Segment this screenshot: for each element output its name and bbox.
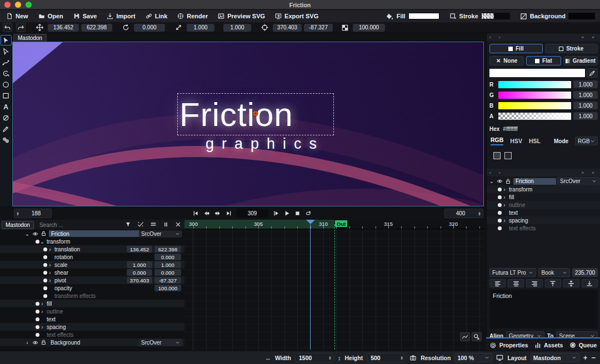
record-dot-icon[interactable] [498, 195, 502, 199]
scene-width-spinner[interactable]: 1500 ▲▼ [295, 353, 334, 362]
property-value-1[interactable]: 0.000 [127, 269, 152, 276]
timeline-property-row-shear[interactable]: › shear0.0000.000 [0, 269, 184, 276]
property-label[interactable]: outline [47, 309, 63, 315]
property-label[interactable]: opacity [54, 285, 72, 291]
mode-rgb-button[interactable]: RGB [491, 136, 503, 145]
opacity-field[interactable]: 100.000 [353, 24, 385, 32]
spinner-arrows-icon[interactable]: ▲▼ [398, 356, 405, 360]
layout-dropdown[interactable]: Mastodon [531, 353, 579, 362]
chevron-down-icon[interactable]: ⌄ [24, 231, 30, 237]
tree-property-row-text[interactable]: text [487, 209, 600, 216]
timeline-close-icon[interactable] [175, 221, 181, 228]
va-bottom-button[interactable] [582, 279, 598, 287]
color-bookmark-2[interactable] [504, 152, 512, 159]
timeline-property-row-scale[interactable]: › scale1.0001.000 [0, 261, 184, 269]
chevron-right-icon[interactable]: › [47, 277, 53, 284]
timeline-property-row-pivot[interactable]: › pivot370.403-87.327 [0, 276, 184, 284]
current-color-swatch[interactable] [489, 69, 585, 77]
tab-fill[interactable]: Fill [489, 44, 543, 53]
record-dot-icon[interactable] [43, 247, 47, 251]
timeline-grid[interactable]: 300305310315320 Out [184, 220, 484, 351]
play-preview-button[interactable] [273, 210, 279, 216]
timeline-object-row-friction[interactable]: ⌄ Friction SrcOver [0, 230, 184, 237]
tool-circle[interactable] [1, 79, 12, 90]
property-label[interactable]: text effects [47, 332, 73, 338]
tab-stroke[interactable]: Stroke [545, 44, 598, 53]
tool-rectangle[interactable] [1, 90, 12, 101]
chevron-right-icon[interactable]: › [39, 309, 45, 315]
property-label[interactable]: transform [509, 186, 532, 193]
pivot-y-field[interactable]: -87.327 [304, 24, 333, 32]
chevron-right-icon[interactable]: › [39, 324, 45, 330]
property-value-1[interactable]: 136.452 [127, 246, 152, 252]
record-dot-icon[interactable] [498, 211, 502, 215]
property-label[interactable]: transform [47, 239, 70, 245]
panel-collapse-icons[interactable]: ˄ ˅ [581, 35, 598, 40]
property-value-2[interactable]: 0.000 [154, 254, 181, 260]
record-dot-icon[interactable] [36, 317, 39, 321]
record-dot-icon[interactable] [43, 294, 47, 298]
timeline-tab-mastodon[interactable]: Mastodon [2, 221, 34, 229]
loop-button[interactable] [305, 210, 312, 216]
playhead-handle[interactable] [306, 220, 315, 224]
chevron-right-icon[interactable]: › [502, 194, 507, 200]
skip-to-end-button[interactable] [226, 210, 232, 216]
scene-subtitle-text[interactable]: graphics [91, 135, 432, 153]
tree-property-row-spacing[interactable]: › spacing [487, 216, 600, 224]
chevron-right-icon[interactable]: › [24, 340, 30, 346]
timeline-search-input[interactable]: Search ... [39, 222, 63, 228]
undo-button[interactable] [3, 23, 12, 32]
timeline-property-row-opacity[interactable]: opacity100.000 [0, 284, 184, 292]
record-dot-icon[interactable] [43, 271, 47, 275]
property-label[interactable]: translation [54, 246, 80, 252]
rotation-field[interactable]: 0.000 [134, 24, 165, 32]
chevron-right-icon[interactable]: › [47, 270, 53, 276]
property-label[interactable]: pivot [54, 277, 66, 284]
tab-properties[interactable]: Properties [489, 342, 528, 349]
property-label[interactable]: text effects [509, 225, 536, 231]
zoom-fit-button[interactable] [472, 332, 482, 341]
lock-icon[interactable] [505, 178, 511, 185]
channel-a-slider[interactable] [498, 113, 571, 120]
value-graph-button[interactable] [460, 332, 470, 341]
chevron-down-icon[interactable]: ⌄ [39, 239, 45, 245]
timeline-menu-icon[interactable] [150, 221, 157, 228]
property-value-2[interactable]: 100.000 [154, 285, 181, 291]
channel-r-value[interactable]: 1.000 [573, 80, 598, 88]
chevron-right-icon[interactable]: › [39, 301, 45, 307]
property-label[interactable]: fill [47, 301, 52, 307]
spinner-arrows-icon[interactable]: ▲▼ [476, 211, 483, 216]
timeline-property-row-transform[interactable]: ⌄ transform [0, 237, 184, 245]
record-dot-icon[interactable] [36, 240, 39, 244]
mode-hsv-button[interactable]: HSV [510, 138, 522, 144]
tool-point-select[interactable] [1, 46, 12, 57]
tool-object-select[interactable] [1, 35, 12, 46]
property-label[interactable]: rotation [54, 254, 73, 260]
chevron-right-icon[interactable]: › [502, 218, 507, 224]
property-label[interactable]: text [47, 316, 56, 322]
channel-r-slider[interactable] [498, 81, 571, 88]
visibility-eye-icon[interactable] [32, 231, 39, 237]
font-family-dropdown[interactable]: Futura LT Pro [489, 268, 536, 277]
lock-icon[interactable] [41, 230, 47, 237]
tree-property-row-text-effects[interactable]: text effects [487, 224, 600, 232]
chevron-down-icon[interactable]: ⌄ [489, 178, 494, 184]
va-center-button[interactable] [563, 279, 579, 287]
property-label[interactable]: scale [54, 262, 67, 268]
timeline-object-row-background[interactable]: › Background SrcOver [0, 338, 184, 346]
panel-collapse-icons[interactable]: ˄ ˅ [581, 170, 598, 175]
tree-property-row-outline[interactable]: › outline [487, 201, 600, 209]
skip-to-start-button[interactable] [193, 210, 199, 216]
tab-assets[interactable]: Assets [534, 342, 563, 348]
record-dot-icon[interactable] [36, 310, 39, 314]
mode-hsl-button[interactable]: HSL [529, 138, 541, 144]
panel-back-forward-icons[interactable]: ‹ › [489, 170, 504, 175]
font-style-dropdown[interactable]: Book [538, 268, 570, 277]
timeline-property-row-fill[interactable]: › fill [0, 300, 184, 307]
style-flat-button[interactable]: Flat [526, 56, 561, 65]
tool-text[interactable]: A [1, 102, 12, 112]
property-value-2[interactable]: 622.398 [154, 246, 181, 252]
scene-height-spinner[interactable]: 500 ▲▼ [367, 353, 406, 362]
canvas-tab-mastodon[interactable]: Mastodon [13, 34, 47, 42]
property-value-2[interactable]: 1.000 [154, 261, 181, 268]
